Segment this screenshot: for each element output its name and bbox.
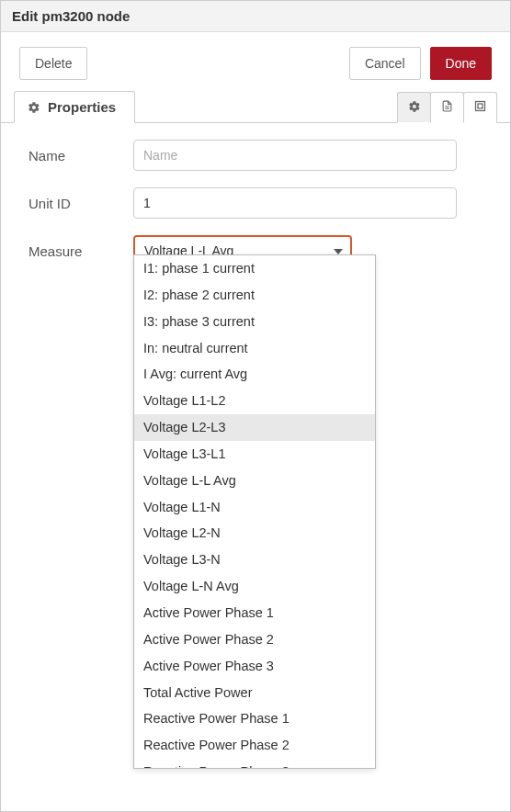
measure-option[interactable]: Active Power Phase 2 — [134, 626, 375, 653]
measure-option[interactable]: Reactive Power Phase 3 — [134, 759, 375, 768]
measure-option[interactable]: Voltage L2-N — [134, 520, 375, 547]
delete-button[interactable]: Delete — [19, 47, 87, 80]
measure-option[interactable]: Voltage L1-N — [134, 494, 375, 521]
unit-id-input[interactable] — [133, 187, 457, 219]
done-button[interactable]: Done — [430, 47, 492, 80]
svg-rect-2 — [476, 102, 485, 111]
measure-label: Measure — [28, 243, 133, 259]
box-icon — [473, 99, 487, 116]
appearance-tab-icon[interactable] — [463, 92, 497, 123]
measure-option[interactable]: Reactive Power Phase 2 — [134, 732, 375, 759]
measure-option[interactable]: I2: phase 2 current — [134, 282, 375, 309]
measure-option[interactable]: Voltage L1-L2 — [134, 388, 375, 414]
settings-tab-icon[interactable] — [397, 92, 431, 123]
measure-option[interactable]: In: neutral current — [134, 335, 375, 362]
measure-option[interactable]: Voltage L3-N — [134, 547, 375, 573]
measure-option[interactable]: Reactive Power Phase 1 — [134, 705, 375, 732]
gear-icon — [28, 101, 40, 114]
measure-option[interactable]: I1: phase 1 current — [134, 255, 375, 282]
measure-option[interactable]: Voltage L2-L3 — [134, 414, 375, 441]
dialog-title: Edit pm3200 node — [1, 1, 510, 32]
description-tab-icon[interactable] — [430, 92, 464, 123]
unit-id-label: Unit ID — [28, 196, 133, 211]
gear-icon — [408, 100, 421, 116]
measure-option[interactable]: I3: phase 3 current — [134, 309, 375, 335]
measure-option[interactable]: Active Power Phase 3 — [134, 653, 375, 680]
measure-option[interactable]: Active Power Phase 1 — [134, 600, 375, 626]
measure-option[interactable]: Voltage L-N Avg — [134, 573, 375, 600]
name-label: Name — [28, 148, 133, 164]
measure-option[interactable]: Voltage L-L Avg — [134, 468, 375, 494]
name-input[interactable] — [133, 140, 457, 171]
cancel-button[interactable]: Cancel — [349, 47, 421, 80]
svg-rect-3 — [478, 104, 483, 108]
measure-dropdown[interactable]: I1: phase 1 currentI2: phase 2 currentI3… — [133, 254, 376, 769]
measure-option[interactable]: I Avg: current Avg — [134, 361, 375, 388]
tab-properties-label: Properties — [48, 99, 116, 115]
measure-option[interactable]: Voltage L3-L1 — [134, 441, 375, 468]
tab-properties[interactable]: Properties — [14, 91, 135, 123]
file-icon — [441, 99, 453, 116]
measure-option[interactable]: Total Active Power — [134, 680, 375, 706]
